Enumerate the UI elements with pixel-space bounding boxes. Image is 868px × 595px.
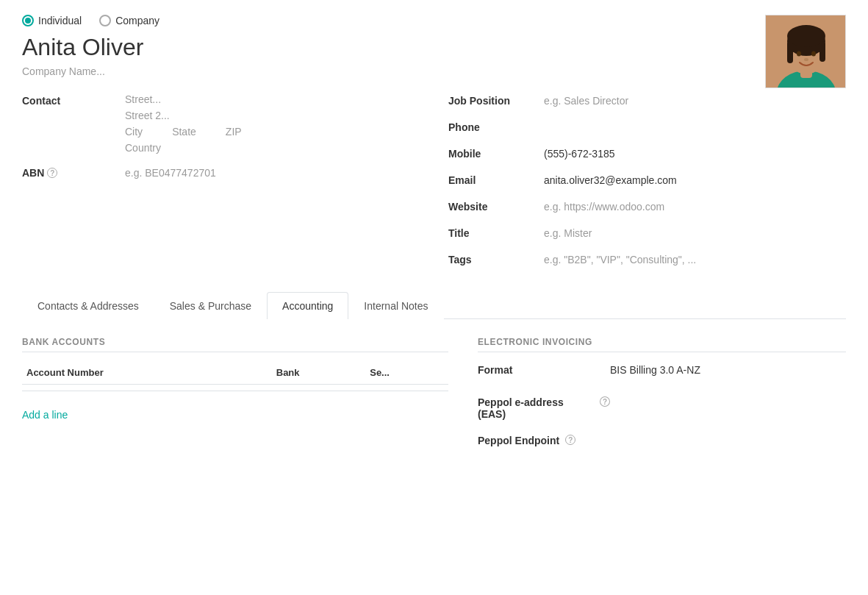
phone-row: Phone <box>448 118 846 139</box>
tabs-container: Contacts & Addresses Sales & Purchase Ac… <box>22 292 846 319</box>
mobile-label: Mobile <box>448 145 544 160</box>
website-row: Website e.g. https://www.odoo.com <box>448 198 846 218</box>
einv-title: ELECTRONIC INVOICING <box>478 337 846 352</box>
info-section: Contact Street... Street 2... City State… <box>22 92 846 277</box>
website-label: Website <box>448 198 544 213</box>
country-field[interactable]: Country <box>125 140 242 155</box>
job-position-row: Job Position e.g. Sales Director <box>448 92 846 113</box>
company-name-field[interactable]: Company Name... <box>22 65 846 77</box>
bank-accounts-title: BANK ACCOUNTS <box>22 337 448 352</box>
email-row: Email anita.oliver32@example.com <box>448 171 846 192</box>
mobile-row: Mobile (555)-672-3185 <box>448 145 846 165</box>
svg-point-9 <box>811 51 816 57</box>
format-row: Format BIS Billing 3.0 A-NZ <box>478 361 846 382</box>
tab-contacts[interactable]: Contacts & Addresses <box>22 292 154 319</box>
bank-accounts-section: BANK ACCOUNTS Account Number Bank Se... … <box>22 337 448 464</box>
peppol-eaddress-label: Peppol e-address (EAS) ? <box>478 393 610 420</box>
tags-label: Tags <box>448 251 544 266</box>
tags-field[interactable]: e.g. "B2B", "VIP", "Consulting", ... <box>544 251 696 266</box>
right-column: Job Position e.g. Sales Director Phone M… <box>448 92 846 277</box>
svg-rect-6 <box>819 41 825 62</box>
city-state-zip-row: City State ZIP <box>125 124 242 139</box>
email-field[interactable]: anita.oliver32@example.com <box>544 171 677 186</box>
page-container: Individual Company Anita Oliver Company … <box>0 0 868 595</box>
contact-label: Contact <box>22 92 125 107</box>
col-account-number: Account Number <box>22 361 272 385</box>
title-field[interactable]: e.g. Mister <box>544 224 592 239</box>
peppol-eaddress-row: Peppol e-address (EAS) ? <box>478 393 846 420</box>
tab-notes[interactable]: Internal Notes <box>348 292 443 319</box>
col-se: Se... <box>365 361 448 385</box>
company-label: Company <box>115 15 159 26</box>
bank-table: Account Number Bank Se... <box>22 361 448 385</box>
abn-field[interactable]: e.g. BE0477472701 <box>125 164 216 179</box>
individual-radio[interactable]: Individual <box>22 15 82 26</box>
state-field[interactable]: State <box>172 124 196 139</box>
street2-field[interactable]: Street 2... <box>125 108 242 123</box>
svg-point-7 <box>787 25 825 47</box>
accounting-tab-content: BANK ACCOUNTS Account Number Bank Se... … <box>22 337 846 464</box>
abn-row: ABN ? e.g. BE0477472701 <box>22 164 448 179</box>
add-line-button[interactable]: Add a line <box>22 409 68 421</box>
job-position-field[interactable]: e.g. Sales Director <box>544 92 628 107</box>
peppol-endpoint-help-icon[interactable]: ? <box>565 435 575 445</box>
abn-label: ABN ? <box>22 164 125 179</box>
website-field[interactable]: e.g. https://www.odoo.com <box>544 198 664 213</box>
mobile-field[interactable]: (555)-672-3185 <box>544 145 615 160</box>
svg-rect-5 <box>787 41 793 63</box>
city-field[interactable]: City <box>125 124 143 139</box>
contact-name[interactable]: Anita Oliver <box>22 34 846 61</box>
tab-sales[interactable]: Sales & Purchase <box>154 292 267 319</box>
individual-label: Individual <box>38 15 82 26</box>
contact-row: Contact Street... Street 2... City State… <box>22 92 448 155</box>
peppol-endpoint-label: Peppol Endpoint ? <box>478 432 610 446</box>
format-value: BIS Billing 3.0 A-NZ <box>610 361 700 376</box>
type-selector: Individual Company <box>22 15 846 26</box>
zip-field[interactable]: ZIP <box>226 124 242 139</box>
individual-radio-circle <box>22 15 34 26</box>
company-radio[interactable]: Company <box>99 15 159 26</box>
peppol-eaddress-help-icon[interactable]: ? <box>600 396 610 407</box>
avatar[interactable] <box>765 15 846 88</box>
phone-label: Phone <box>448 118 544 133</box>
format-label: Format <box>478 361 610 376</box>
street-field[interactable]: Street... <box>125 92 242 107</box>
title-label: Title <box>448 224 544 239</box>
peppol-endpoint-row: Peppol Endpoint ? <box>478 432 846 452</box>
tab-accounting[interactable]: Accounting <box>267 292 348 319</box>
bank-table-divider <box>22 391 448 391</box>
electronic-invoicing-section: ELECTRONIC INVOICING Format BIS Billing … <box>478 337 846 464</box>
svg-point-8 <box>797 51 801 57</box>
title-row: Title e.g. Mister <box>448 224 846 245</box>
email-label: Email <box>448 171 544 186</box>
job-position-label: Job Position <box>448 92 544 107</box>
address-block: Street... Street 2... City State ZIP Cou… <box>125 92 242 155</box>
col-bank: Bank <box>272 361 365 385</box>
tags-row: Tags e.g. "B2B", "VIP", "Consulting", ..… <box>448 251 846 271</box>
abn-help-icon[interactable]: ? <box>47 168 57 178</box>
company-radio-circle <box>99 15 111 26</box>
svg-point-10 <box>804 58 808 61</box>
left-column: Contact Street... Street 2... City State… <box>22 92 448 277</box>
